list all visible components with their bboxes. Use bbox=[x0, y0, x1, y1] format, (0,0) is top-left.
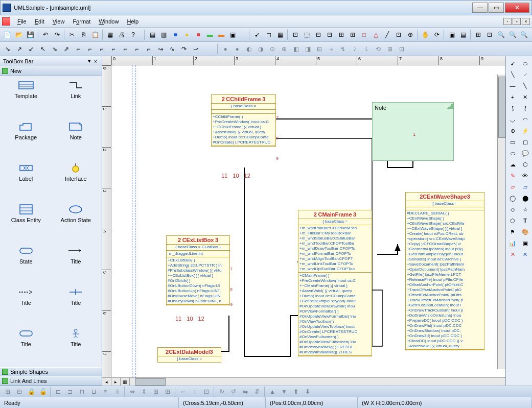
rt-line2[interactable]: — bbox=[507, 81, 518, 91]
tb-title4[interactable]: Title bbox=[2, 328, 50, 363]
rt-shape2[interactable]: ▱ bbox=[520, 182, 531, 192]
rt-disc[interactable]: ⬤ bbox=[520, 193, 531, 203]
menu-view[interactable]: View bbox=[49, 17, 69, 26]
mdi-close[interactable]: × bbox=[522, 18, 530, 25]
bt-sp1[interactable]: ⇔ bbox=[127, 386, 138, 397]
shadow-7[interactable]: ◧ bbox=[290, 43, 302, 55]
tab-prev[interactable]: ◂ bbox=[102, 378, 111, 386]
rt-bolt[interactable]: ⚡ bbox=[520, 126, 531, 136]
rt-star[interactable]: ☆ bbox=[520, 204, 531, 214]
shape-yellow-button[interactable]: ● bbox=[181, 29, 193, 40]
bt-sp2[interactable]: ⇕ bbox=[138, 386, 150, 397]
shadow-2[interactable]: ● bbox=[232, 43, 243, 55]
menu-edit[interactable]: Edit bbox=[31, 17, 49, 26]
toolbox-close[interactable]: × bbox=[92, 58, 99, 64]
rt-eye[interactable]: 👁 bbox=[520, 171, 531, 181]
rect-tool-button[interactable]: □ bbox=[359, 29, 370, 40]
rt-flag[interactable]: ⚑ bbox=[507, 227, 518, 237]
rt-color[interactable]: 🎨 bbox=[520, 227, 531, 237]
shadow-5[interactable]: ⊙ bbox=[267, 43, 278, 55]
rt-ring[interactable]: ◯ bbox=[507, 193, 518, 203]
rt-ellipse[interactable]: ⬭ bbox=[507, 148, 518, 158]
group-button[interactable]: ⊞ bbox=[473, 29, 484, 40]
bt-2[interactable]: ⊟ bbox=[14, 386, 25, 397]
bt-unlock[interactable]: 🔓 bbox=[37, 386, 49, 397]
select-rect-button[interactable]: ◻ bbox=[263, 29, 274, 40]
rt-arc[interactable]: ◡ bbox=[507, 114, 518, 125]
shadow-6[interactable]: ⊕ bbox=[279, 43, 290, 55]
rt-lasso[interactable]: ⬭ bbox=[520, 58, 531, 68]
conn-17[interactable]: ⤻ bbox=[190, 43, 201, 55]
fit-button[interactable]: ⊡ bbox=[484, 29, 496, 40]
conn-6[interactable]: ⇗ bbox=[61, 43, 72, 55]
shadow-11[interactable]: ↯ bbox=[337, 43, 349, 55]
tb-title3[interactable]: Title bbox=[52, 286, 100, 322]
menu-help[interactable]: Help bbox=[123, 17, 143, 26]
layers-button[interactable]: ▣ bbox=[446, 29, 457, 40]
shadow-9[interactable]: ⊟ bbox=[314, 43, 325, 55]
undo-button[interactable]: ↶ bbox=[40, 29, 51, 40]
bt-al5[interactable]: ≡ bbox=[100, 386, 111, 397]
uml-note[interactable]: Note 1 bbox=[372, 102, 454, 161]
rt-polyline[interactable]: ⟋ bbox=[520, 69, 531, 80]
rt-del2[interactable]: ✕ bbox=[520, 249, 531, 259]
distribute-v-button[interactable]: ⊞ bbox=[347, 29, 358, 40]
minimize-button[interactable]: — bbox=[472, 3, 488, 13]
bt-r3[interactable]: ⇋ bbox=[240, 386, 251, 397]
cut-button[interactable]: ✂ bbox=[66, 29, 78, 40]
rt-curve[interactable]: ⟆ bbox=[507, 103, 518, 113]
tb-class[interactable]: Class Entity bbox=[2, 204, 50, 239]
rt-diamond[interactable]: ◇ bbox=[507, 204, 518, 214]
bt-r2[interactable]: ↺ bbox=[228, 386, 239, 397]
rt-shape1[interactable]: ▱ bbox=[507, 182, 518, 192]
line-tool-button[interactable]: ╱ bbox=[382, 29, 393, 40]
shadow-8[interactable]: ◨ bbox=[302, 43, 313, 55]
conn-7[interactable]: ⌐ bbox=[73, 43, 84, 55]
tb-action[interactable]: Action State bbox=[52, 204, 100, 239]
zoom-in-button[interactable]: 🔍 bbox=[496, 29, 507, 40]
rt-poly[interactable]: ⬠ bbox=[507, 215, 518, 226]
bt-sp4[interactable]: ⊞ bbox=[162, 386, 173, 397]
rt-cloud[interactable]: ☁ bbox=[507, 159, 518, 170]
align-center-button[interactable]: ▥ bbox=[158, 29, 170, 40]
rt-scribble[interactable]: ✎ bbox=[507, 171, 518, 181]
new-file-button[interactable]: 📄 bbox=[2, 29, 13, 40]
help-button[interactable]: ? bbox=[128, 29, 139, 40]
properties-button[interactable]: ▤ bbox=[458, 29, 469, 40]
tb-title2[interactable]: Title bbox=[2, 286, 50, 322]
bt-r4[interactable]: ⇵ bbox=[251, 386, 263, 397]
conn-12[interactable]: ⌐ bbox=[131, 43, 143, 55]
bt-sz2[interactable]: ↕ bbox=[189, 386, 200, 397]
rt-del[interactable]: ✕ bbox=[507, 249, 518, 259]
canvas[interactable]: 2 CChildFrame 3 { baseClass = +CChildFra… bbox=[111, 65, 505, 377]
toolbox-section-new[interactable]: New bbox=[0, 66, 102, 76]
conn-15[interactable]: ∿ bbox=[167, 43, 178, 55]
rt-cross[interactable]: ✕ bbox=[520, 92, 531, 102]
mdi-restore[interactable]: ▫ bbox=[513, 18, 521, 25]
uml-cexlistbox[interactable]: 2 CExListBox 3 { baseClass = CListBox } … bbox=[166, 235, 230, 305]
tb-note[interactable]: Note bbox=[52, 121, 100, 156]
zoom-out-button[interactable]: 🔍 bbox=[507, 29, 519, 40]
menu-window[interactable]: Window bbox=[95, 17, 123, 26]
uml-cextdata[interactable]: 2CExtDataModel3 { baseClass = bbox=[157, 347, 221, 363]
shadow-15[interactable]: ⊞ bbox=[384, 43, 396, 55]
align-top-button[interactable]: ⬚ bbox=[301, 29, 312, 40]
copy-button[interactable]: ⎘ bbox=[78, 29, 89, 40]
shadow-16[interactable]: ⊡ bbox=[396, 43, 407, 55]
shadow-10[interactable]: ⟐ bbox=[326, 43, 337, 55]
bt-al2[interactable]: ⊐ bbox=[64, 386, 76, 397]
shadow-14[interactable]: ⟲ bbox=[373, 43, 384, 55]
conn-13[interactable]: ⌐ bbox=[143, 43, 154, 55]
tab-sheet[interactable]: ▦ bbox=[121, 378, 130, 386]
conn-2[interactable]: ↗ bbox=[14, 43, 25, 55]
tb-label[interactable]: xxLabel bbox=[2, 162, 50, 198]
tb-title1[interactable]: Title bbox=[52, 245, 100, 280]
bt-o1[interactable]: ▲ bbox=[267, 386, 278, 397]
rt-plus[interactable]: + bbox=[507, 92, 518, 102]
conn-9[interactable]: ⌐ bbox=[96, 43, 107, 55]
bt-lock[interactable]: 🔒 bbox=[26, 386, 37, 397]
rt-hex[interactable]: ⬡ bbox=[520, 159, 531, 170]
rt-chart[interactable]: 📊 bbox=[507, 238, 518, 248]
bt-1[interactable]: ⊞ bbox=[2, 386, 13, 397]
rt-pointer[interactable]: ➹ bbox=[507, 58, 518, 68]
